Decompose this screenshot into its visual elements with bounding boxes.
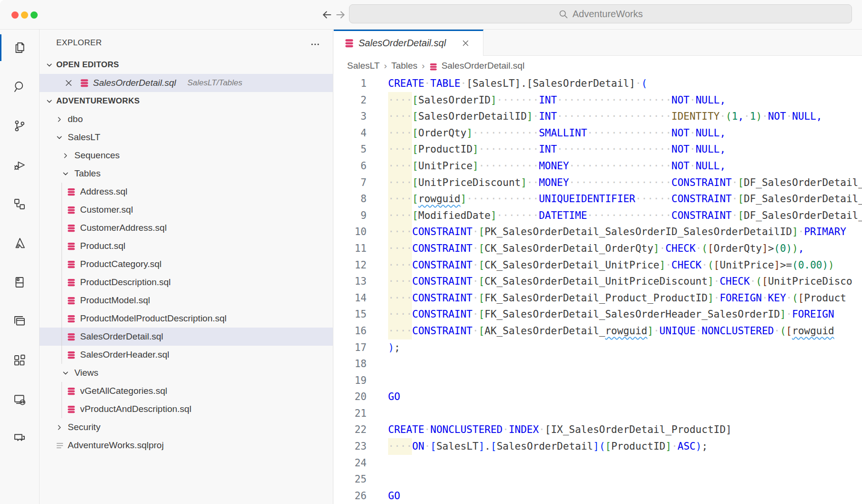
code-line-12[interactable]: 12····CONSTRAINT·[CK_SalesOrderDetail_Un… — [334, 257, 862, 274]
azure-icon[interactable] — [0, 228, 39, 258]
code-line-5[interactable]: 5····[ProductID]··········INT···········… — [334, 141, 862, 158]
back-arrow-icon[interactable] — [320, 8, 334, 21]
code-line-26[interactable]: 26GO — [334, 488, 862, 504]
code-line-2[interactable]: 2····[SalesOrderID]·······INT···········… — [334, 92, 862, 109]
tree-item-sequences[interactable]: Sequences — [40, 146, 333, 165]
line-number[interactable]: 17 — [334, 339, 367, 356]
tree-item-customer-sql[interactable]: Customer.sql — [40, 201, 333, 219]
extensions-icon[interactable] — [0, 345, 39, 376]
tree-item-address-sql[interactable]: Address.sql — [40, 183, 333, 201]
line-number[interactable]: 15 — [334, 306, 367, 323]
breadcrumb-item[interactable]: SalesOrderDetail.sql — [441, 61, 524, 71]
tree-item-dbo[interactable]: dbo — [40, 110, 333, 128]
line-number[interactable]: 1 — [334, 75, 367, 92]
tree-item-adventureworks-sqlproj[interactable]: AdventureWorks.sqlproj — [40, 436, 333, 454]
line-number[interactable]: 2 — [334, 92, 367, 109]
line-number[interactable]: 22 — [334, 422, 367, 438]
breadcrumb-item[interactable]: SalesLT — [347, 61, 380, 71]
section-open-editors[interactable]: OPEN EDITORS — [40, 56, 333, 74]
code-line-17[interactable]: 17); — [334, 339, 862, 356]
run-and-debug-icon[interactable] — [0, 150, 39, 180]
open-editor-item[interactable]: SalesOrderDetail.sql SalesLT/Tables — [40, 74, 333, 92]
code-line-19[interactable]: 19 — [334, 372, 862, 389]
line-number[interactable]: 10 — [334, 224, 367, 240]
code-line-6[interactable]: 6····[UnitPrice]··········MONEY·········… — [334, 158, 862, 175]
tree-item-customeraddress-sql[interactable]: CustomerAddress.sql — [40, 219, 333, 237]
tab-salesorderdetail[interactable]: SalesOrderDetail.sql — [334, 30, 483, 56]
code-line-8[interactable]: 8····[rowguid]············UNIQUEIDENTIFI… — [334, 191, 862, 207]
code-line-21[interactable]: 21 — [334, 405, 862, 422]
code-line-1[interactable]: 1CREATE·TABLE·[SalesLT].[SalesOrderDetai… — [334, 75, 862, 92]
code-line-24[interactable]: 24 — [334, 455, 862, 472]
tree-item-vproductanddescription-sql[interactable]: vProductAndDescription.sql — [40, 400, 333, 418]
code-line-3[interactable]: 3····[SalesOrderDetailID]·INT···········… — [334, 108, 862, 125]
line-number[interactable]: 20 — [334, 389, 367, 405]
traffic-light-close[interactable] — [11, 11, 19, 19]
remote-explorer-icon[interactable] — [0, 384, 39, 415]
command-center-search[interactable]: AdventureWorks — [349, 4, 852, 23]
line-number[interactable]: 6 — [334, 158, 367, 175]
code-line-16[interactable]: 16····CONSTRAINT·[AK_SalesOrderDetail_ro… — [334, 323, 862, 339]
close-icon[interactable] — [64, 79, 73, 89]
breadcrumb-item[interactable]: Tables — [391, 61, 418, 71]
line-number[interactable]: 18 — [334, 356, 367, 372]
chevron-down-icon[interactable] — [55, 134, 63, 144]
chevron-right-icon[interactable] — [55, 423, 63, 434]
line-number[interactable]: 26 — [334, 488, 367, 504]
code-line-14[interactable]: 14····CONSTRAINT·[FK_SalesOrderDetail_Pr… — [334, 290, 862, 307]
code-line-11[interactable]: 11····CONSTRAINT·[CK_SalesOrderDetail_Or… — [334, 240, 862, 257]
chevron-right-icon[interactable] — [55, 115, 63, 126]
line-number[interactable]: 24 — [334, 455, 367, 472]
code-line-7[interactable]: 7····[UnitPriceDiscount]··MONEY·········… — [334, 175, 862, 191]
tree-item-security[interactable]: Security — [40, 418, 333, 436]
chevron-down-icon[interactable] — [45, 61, 53, 72]
query-windows-icon[interactable] — [0, 306, 39, 337]
line-number[interactable]: 4 — [334, 125, 367, 142]
code-editor[interactable]: 1CREATE·TABLE·[SalesLT].[SalesOrderDetai… — [334, 75, 862, 504]
code-line-10[interactable]: 10····CONSTRAINT·[PK_SalesOrderDetail_Sa… — [334, 224, 862, 240]
line-number[interactable]: 12 — [334, 257, 367, 274]
connections-icon[interactable] — [0, 189, 39, 219]
line-number[interactable]: 8 — [334, 191, 367, 207]
chevron-down-icon[interactable] — [45, 97, 53, 108]
tree-item-product-sql[interactable]: Product.sql — [40, 237, 333, 255]
line-number[interactable]: 11 — [334, 240, 367, 257]
line-number[interactable]: 16 — [334, 323, 367, 339]
line-number[interactable]: 19 — [334, 372, 367, 389]
more-actions-icon[interactable] — [310, 39, 320, 51]
database-projects-icon[interactable] — [0, 267, 39, 298]
close-icon[interactable] — [462, 39, 470, 49]
line-number[interactable]: 25 — [334, 471, 367, 488]
tree-item-productcategory-sql[interactable]: ProductCategory.sql — [40, 255, 333, 273]
search-icon[interactable] — [0, 72, 39, 102]
explorer-icon[interactable] — [0, 32, 39, 63]
code-line-22[interactable]: 22CREATE·NONCLUSTERED·INDEX·[IX_SalesOrd… — [334, 422, 862, 438]
line-number[interactable]: 5 — [334, 141, 367, 158]
line-number[interactable]: 7 — [334, 175, 367, 191]
code-line-20[interactable]: 20GO — [334, 389, 862, 405]
traffic-light-minimize[interactable] — [21, 11, 28, 19]
tree-item-vgetallcategories-sql[interactable]: vGetAllCategories.sql — [40, 382, 333, 400]
tree-item-productmodel-sql[interactable]: ProductModel.sql — [40, 291, 333, 309]
chevron-right-icon[interactable] — [62, 152, 70, 162]
traffic-light-maximize[interactable] — [31, 11, 38, 19]
tree-item-productmodelproductdescription-sql[interactable]: ProductModelProductDescription.sql — [40, 309, 333, 328]
line-number[interactable]: 23 — [334, 438, 367, 455]
code-line-18[interactable]: 18 — [334, 356, 862, 372]
tree-item-productdescription-sql[interactable]: ProductDescription.sql — [40, 273, 333, 291]
line-number[interactable]: 14 — [334, 290, 367, 307]
section-workspace[interactable]: ADVENTUREWORKS — [40, 92, 333, 110]
line-number[interactable]: 3 — [334, 108, 367, 125]
source-control-icon[interactable] — [0, 111, 39, 141]
tree-item-saleslt[interactable]: SalesLT — [40, 128, 333, 146]
chevron-down-icon[interactable] — [62, 369, 70, 380]
code-line-23[interactable]: 23····ON·[SalesLT].[SalesOrderDetail]([P… — [334, 438, 862, 455]
line-number[interactable]: 21 — [334, 405, 367, 422]
line-number[interactable]: 13 — [334, 273, 367, 290]
tree-item-salesorderdetail-sql[interactable]: SalesOrderDetail.sql — [40, 328, 333, 346]
forward-arrow-icon[interactable] — [334, 8, 347, 21]
tree-item-salesorderheader-sql[interactable]: SalesOrderHeader.sql — [40, 346, 333, 364]
line-number[interactable]: 9 — [334, 207, 367, 224]
code-line-4[interactable]: 4····[OrderQty]···········SMALLINT······… — [334, 125, 862, 142]
tree-item-tables[interactable]: Tables — [40, 165, 333, 183]
